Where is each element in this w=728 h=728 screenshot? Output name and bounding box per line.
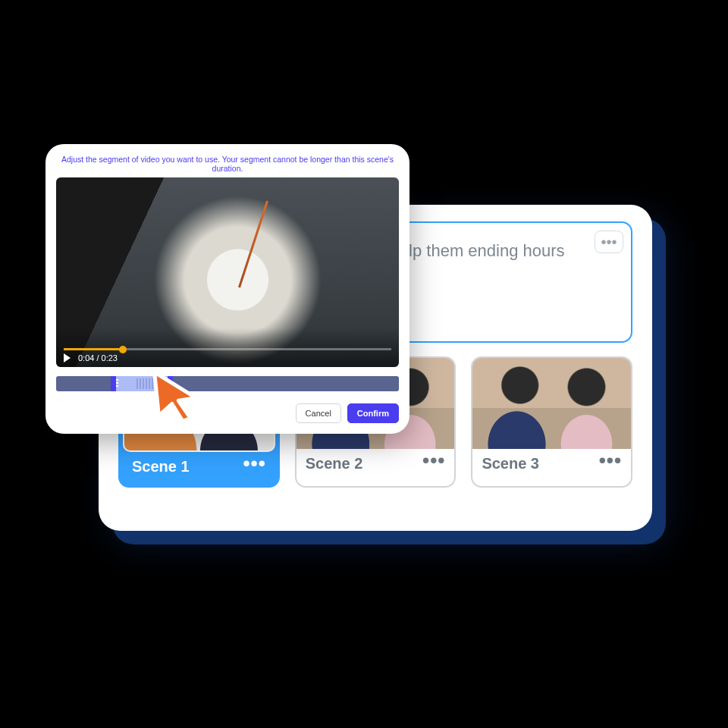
video-preview[interactable]: 0:04 / 0:23 xyxy=(56,177,399,367)
description-more-button[interactable]: ••• xyxy=(595,231,623,253)
video-progress-track[interactable] xyxy=(64,348,391,350)
scene-thumbnail xyxy=(472,358,631,449)
trim-track[interactable] xyxy=(56,376,399,391)
trim-grip-icon xyxy=(136,378,155,389)
video-progress-fill xyxy=(64,348,123,350)
confirm-button[interactable]: Confirm xyxy=(347,403,399,423)
video-time-label: 0:04 / 0:23 xyxy=(78,353,118,362)
scene-more-button[interactable]: ••• xyxy=(599,457,622,470)
trim-instruction: Adjust the segment of video you want to … xyxy=(56,155,399,173)
scene-label: Scene 1 xyxy=(132,458,190,475)
scene-label: Scene 3 xyxy=(482,455,539,472)
scene-more-button[interactable]: ••• xyxy=(243,460,265,473)
video-progress-knob[interactable] xyxy=(119,346,127,353)
modal-footer: Cancel Confirm xyxy=(56,403,399,423)
trim-video-modal: Adjust the segment of video you want to … xyxy=(46,144,410,434)
trim-selection[interactable] xyxy=(111,376,172,391)
scene-card-3[interactable]: Scene 3 ••• xyxy=(471,356,632,488)
scene-label: Scene 2 xyxy=(306,455,363,472)
scene-more-button[interactable]: ••• xyxy=(422,457,445,470)
video-controls: 0:04 / 0:23 xyxy=(56,328,399,367)
ellipsis-icon: ••• xyxy=(601,240,617,244)
play-icon[interactable] xyxy=(64,353,71,362)
cancel-button[interactable]: Cancel xyxy=(296,403,341,423)
fishing-rod-icon xyxy=(238,200,268,287)
